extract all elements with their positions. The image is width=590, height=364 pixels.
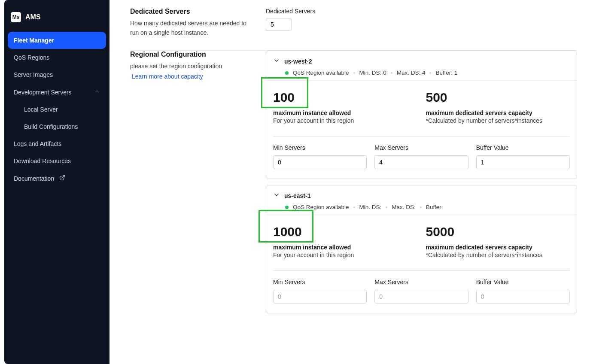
buffer-value-field: Buffer Value	[476, 279, 570, 303]
nav-list: Fleet Manager QoS Regions Server Images …	[4, 32, 109, 187]
meta-max-ds: Max. DS:	[392, 204, 416, 210]
min-servers-field: Min Servers	[273, 144, 367, 169]
region-card: us-east-1 QoS Region available Min. DS: …	[266, 185, 577, 313]
stat-sub: For your account in this region	[273, 117, 417, 124]
nav-build-configurations[interactable]: Build Configurations	[12, 118, 106, 135]
field-label: Buffer Value	[476, 144, 570, 151]
field-label: Max Servers	[374, 279, 468, 285]
nav-documentation[interactable]: Documentation	[8, 170, 106, 187]
region-header[interactable]: us-west-2 QoS Region available Min. DS: …	[266, 51, 577, 80]
max-servers-field: Max Servers	[374, 144, 468, 169]
meta-separator	[391, 72, 392, 74]
min-servers-input[interactable]	[273, 155, 367, 169]
stats-row: 1000 maximum instance allowed For your a…	[273, 224, 570, 258]
region-body: 100 maximum instance allowed For your ac…	[266, 80, 577, 179]
stat-sub: *Calculated by number of servers*instanc…	[426, 117, 570, 124]
section-left: Dedicated Servers How many dedicated ser…	[130, 8, 250, 37]
sidebar-header: Ms AMS	[4, 9, 109, 32]
nav-local-server[interactable]: Local Server	[12, 101, 106, 118]
meta-min-ds: Min. DS:	[359, 204, 382, 210]
region-name: us-west-2	[284, 58, 312, 65]
section-left: Regional Configuration please set the re…	[130, 51, 250, 80]
section-right: Dedicated Servers	[266, 8, 577, 31]
region-card: us-west-2 QoS Region available Min. DS: …	[266, 51, 577, 179]
field-label: Min Servers	[273, 279, 367, 285]
stat-title: maximum dedicated servers capacity	[426, 109, 570, 116]
min-servers-input[interactable]	[273, 290, 367, 303]
regions-container: us-west-2 QoS Region available Min. DS: …	[266, 51, 577, 319]
meta-separator	[386, 206, 387, 208]
external-link-icon	[59, 175, 65, 181]
nav-item-label: Development Servers	[14, 89, 72, 96]
inputs-row: Min Servers Max Servers Buffer Value	[273, 144, 570, 169]
meta-separator	[353, 206, 355, 208]
nav-item-label: Fleet Manager	[14, 37, 54, 44]
nav-item-label: Download Resources	[14, 158, 71, 164]
nav-item-label: Build Configurations	[24, 123, 78, 130]
chevron-up-icon	[94, 88, 100, 96]
status-label: QoS Region available	[293, 204, 349, 210]
svg-line-0	[62, 176, 64, 178]
chevron-down-icon	[273, 57, 280, 65]
nav-qos-regions[interactable]: QoS Regions	[8, 49, 106, 66]
region-meta: QoS Region available Min. DS: 0 Max. DS:…	[273, 70, 570, 76]
field-label: Min Servers	[273, 144, 367, 151]
main-content: Dedicated Servers How many dedicated ser…	[109, 0, 590, 364]
max-servers-input[interactable]	[374, 290, 468, 303]
stat-max-instance: 100 maximum instance allowed For your ac…	[273, 90, 417, 124]
nav-download-resources[interactable]: Download Resources	[8, 152, 106, 170]
status-label: QoS Region available	[293, 70, 349, 76]
stat-max-instance: 1000 maximum instance allowed For your a…	[273, 224, 417, 258]
field-label: Buffer Value	[476, 279, 570, 285]
divider	[273, 270, 570, 271]
section-desc: How many dedicated servers are needed to…	[130, 19, 250, 37]
meta-buffer: Buffer: 1	[435, 70, 457, 76]
nav-item-label: Server Images	[14, 71, 53, 78]
nav-development-servers[interactable]: Development Servers	[8, 83, 106, 101]
nav-logs-artifacts[interactable]: Logs and Artifacts	[8, 135, 106, 152]
nav-item-label: Documentation	[14, 175, 54, 182]
meta-separator	[429, 72, 431, 74]
max-servers-input[interactable]	[374, 155, 468, 169]
meta-min-ds: Min. DS: 0	[359, 70, 386, 76]
stat-title: maximum dedicated servers capacity	[426, 244, 570, 251]
min-servers-field: Min Servers	[273, 279, 367, 303]
section-title: Regional Configuration	[130, 51, 250, 58]
max-servers-field: Max Servers	[374, 279, 468, 303]
nav-item-label: Local Server	[24, 106, 58, 113]
region-header[interactable]: us-east-1 QoS Region available Min. DS: …	[266, 185, 577, 215]
buffer-value-field: Buffer Value	[476, 144, 570, 169]
section-dedicated-servers: Dedicated Servers How many dedicated ser…	[130, 8, 577, 50]
learn-more-link[interactable]: Learn more about capacity	[130, 73, 203, 80]
stat-max-capacity: 5000 maximum dedicated servers capacity …	[426, 224, 570, 258]
stat-value: 500	[426, 90, 570, 104]
section-desc: please set the region configuration	[130, 62, 250, 71]
stat-title: maximum instance allowed	[273, 244, 417, 251]
region-name: us-east-1	[284, 192, 310, 199]
stat-value: 1000	[273, 224, 417, 239]
stat-value: 5000	[426, 224, 570, 239]
stat-value: 100	[273, 90, 417, 104]
inputs-row: Min Servers Max Servers Buffer Value	[273, 279, 570, 303]
dedicated-servers-input[interactable]	[266, 18, 292, 31]
nav-item-label: Logs and Artifacts	[14, 140, 61, 147]
stat-sub: *Calculated by number of servers*instanc…	[426, 252, 570, 258]
stat-max-capacity: 500 maximum dedicated servers capacity *…	[426, 90, 570, 124]
meta-separator	[353, 72, 355, 74]
nav-server-images[interactable]: Server Images	[8, 66, 106, 83]
region-meta: QoS Region available Min. DS: Max. DS: B…	[273, 204, 570, 210]
buffer-value-input[interactable]	[476, 290, 570, 303]
meta-separator	[420, 206, 422, 208]
region-body: 1000 maximum instance allowed For your a…	[266, 215, 577, 313]
nav-sub-development: Local Server Build Configurations	[8, 101, 106, 135]
chevron-down-icon	[273, 191, 280, 200]
divider	[273, 136, 570, 136]
buffer-value-input[interactable]	[476, 155, 570, 169]
app-title: AMS	[25, 13, 41, 21]
status-dot-icon	[285, 206, 289, 209]
nav-fleet-manager[interactable]: Fleet Manager	[8, 32, 106, 49]
sidebar: Ms AMS Fleet Manager QoS Regions Server …	[4, 0, 109, 364]
stats-row: 100 maximum instance allowed For your ac…	[273, 90, 570, 124]
dedicated-servers-label: Dedicated Servers	[266, 8, 577, 15]
app-logo-icon: Ms	[11, 12, 21, 22]
